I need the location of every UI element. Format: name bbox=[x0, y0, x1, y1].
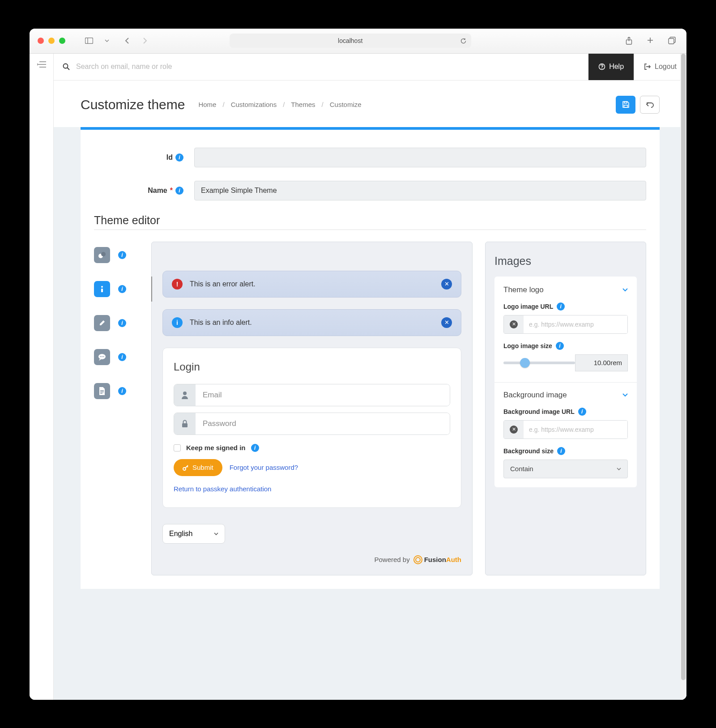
topbar: Help Logout bbox=[54, 54, 686, 81]
svg-rect-13 bbox=[624, 102, 627, 103]
help-label: Help bbox=[609, 63, 624, 71]
tab-messages[interactable]: i bbox=[94, 348, 139, 366]
svg-rect-0 bbox=[85, 38, 93, 44]
clear-icon[interactable]: ✕ bbox=[504, 421, 524, 439]
info-icon[interactable]: i bbox=[118, 319, 126, 327]
forgot-password-link[interactable]: Forgot your password? bbox=[230, 464, 298, 471]
svg-rect-24 bbox=[100, 392, 104, 392]
logout-button[interactable]: Logout bbox=[634, 54, 686, 80]
search-input[interactable] bbox=[76, 63, 580, 71]
user-icon bbox=[174, 384, 196, 406]
search-icon bbox=[63, 63, 70, 70]
nav-back-icon[interactable] bbox=[122, 37, 132, 44]
name-input[interactable] bbox=[194, 181, 646, 200]
window-zoom-dot[interactable] bbox=[59, 38, 65, 44]
breadcrumb-item[interactable]: Customizations bbox=[231, 101, 277, 108]
share-icon[interactable] bbox=[623, 37, 635, 45]
svg-rect-12 bbox=[624, 105, 627, 107]
slider-thumb[interactable] bbox=[520, 358, 530, 368]
breadcrumb-item[interactable]: Customize bbox=[330, 101, 362, 108]
submit-label: Submit bbox=[192, 464, 213, 471]
keep-signed-checkbox[interactable] bbox=[174, 444, 181, 451]
scrollbar[interactable] bbox=[680, 54, 686, 700]
submit-button[interactable]: Submit bbox=[174, 459, 222, 476]
tab-edit[interactable]: i bbox=[94, 314, 139, 332]
breadcrumb-item[interactable]: Themes bbox=[291, 101, 315, 108]
password-group bbox=[174, 413, 450, 435]
background-image-section[interactable]: Background image bbox=[503, 391, 628, 400]
info-icon[interactable]: i bbox=[578, 408, 586, 416]
powered-label: Powered by bbox=[374, 556, 409, 563]
close-icon[interactable]: ✕ bbox=[441, 317, 452, 328]
info-icon[interactable]: i bbox=[557, 302, 565, 311]
tabs-overview-icon[interactable] bbox=[665, 37, 678, 45]
nav-forward-icon[interactable] bbox=[140, 37, 150, 44]
tab-info[interactable]: i bbox=[94, 280, 139, 298]
window-minimize-dot[interactable] bbox=[48, 38, 55, 44]
clear-icon[interactable]: ✕ bbox=[504, 315, 524, 333]
svg-rect-27 bbox=[182, 423, 188, 427]
error-alert-text: This is an error alert. bbox=[190, 280, 256, 288]
theme-logo-section[interactable]: Theme logo bbox=[503, 285, 628, 294]
tab-styles[interactable]: i bbox=[94, 246, 139, 264]
fusionauth-logo: FusionAuth bbox=[413, 555, 461, 564]
panel: Id i Name* i Theme editor bbox=[81, 127, 660, 589]
info-icon[interactable]: i bbox=[118, 387, 126, 395]
language-select[interactable]: English bbox=[162, 524, 225, 544]
logo-size-slider[interactable] bbox=[503, 362, 575, 364]
id-input[interactable] bbox=[194, 148, 646, 167]
bg-url-input[interactable] bbox=[524, 421, 627, 439]
chevron-down-icon bbox=[214, 532, 218, 535]
info-icon[interactable]: i bbox=[251, 444, 259, 452]
undo-icon bbox=[646, 102, 654, 108]
info-alert-text: This is an info alert. bbox=[190, 319, 252, 327]
password-input[interactable] bbox=[196, 413, 450, 434]
bg-size-select[interactable]: Contain bbox=[503, 460, 628, 478]
theme-logo-label: Theme logo bbox=[503, 285, 544, 294]
key-icon bbox=[183, 464, 189, 471]
close-icon[interactable]: ✕ bbox=[441, 279, 452, 289]
email-input[interactable] bbox=[196, 384, 450, 406]
save-button[interactable] bbox=[616, 96, 635, 114]
logo-size-label: Logo image size bbox=[503, 342, 552, 349]
info-icon[interactable]: i bbox=[118, 353, 126, 361]
traffic-lights bbox=[38, 38, 65, 44]
gutter-menu-icon[interactable] bbox=[37, 61, 46, 700]
logo-url-group: ✕ bbox=[503, 315, 628, 334]
passkey-link[interactable]: Return to passkey authentication bbox=[174, 485, 271, 493]
help-button[interactable]: Help bbox=[588, 54, 634, 80]
title-row: Customize theme Home/ Customizations/ Th… bbox=[54, 81, 686, 127]
error-alert: ! This is an error alert. ✕ bbox=[162, 271, 461, 298]
info-icon[interactable]: i bbox=[175, 187, 183, 195]
tab-pages[interactable]: i bbox=[94, 382, 139, 400]
refresh-icon[interactable] bbox=[460, 38, 467, 44]
breadcrumb: Home/ Customizations/ Themes/ Customize bbox=[198, 101, 361, 108]
chevron-down-icon bbox=[622, 393, 628, 397]
error-icon: ! bbox=[172, 279, 183, 289]
language-value: English bbox=[169, 530, 192, 538]
form-row-id: Id i bbox=[94, 148, 646, 167]
svg-point-11 bbox=[601, 68, 602, 69]
url-bar[interactable]: localhost bbox=[230, 34, 471, 48]
svg-marker-7 bbox=[37, 63, 38, 66]
svg-point-22 bbox=[103, 356, 104, 357]
info-icon[interactable]: i bbox=[175, 153, 183, 162]
sidebar-toggle-icon[interactable] bbox=[82, 38, 96, 44]
bg-heading: Background image bbox=[503, 391, 567, 400]
back-button[interactable] bbox=[640, 96, 660, 114]
info-icon[interactable]: i bbox=[118, 251, 126, 259]
window-close-dot[interactable] bbox=[38, 38, 44, 44]
info-icon[interactable]: i bbox=[557, 447, 565, 455]
tabs-dropdown-icon[interactable] bbox=[102, 39, 112, 42]
breadcrumb-item[interactable]: Home bbox=[198, 101, 216, 108]
bg-size-label: Background size bbox=[503, 447, 554, 455]
info-icon[interactable]: i bbox=[118, 285, 126, 293]
help-icon bbox=[598, 63, 605, 70]
save-icon bbox=[622, 101, 630, 108]
info-icon[interactable]: i bbox=[556, 342, 564, 350]
logo-url-input[interactable] bbox=[524, 315, 627, 333]
scrollbar-thumb[interactable] bbox=[681, 54, 686, 681]
new-tab-icon[interactable] bbox=[644, 37, 656, 45]
email-group bbox=[174, 384, 450, 406]
content: Id i Name* i Theme editor bbox=[54, 127, 686, 700]
